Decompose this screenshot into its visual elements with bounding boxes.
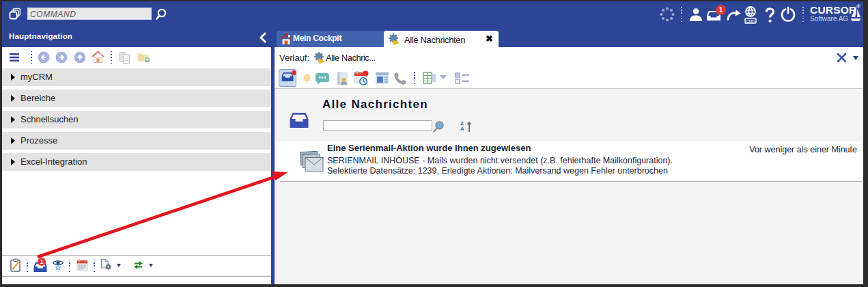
svg-text:CMD: CMD <box>746 19 755 23</box>
